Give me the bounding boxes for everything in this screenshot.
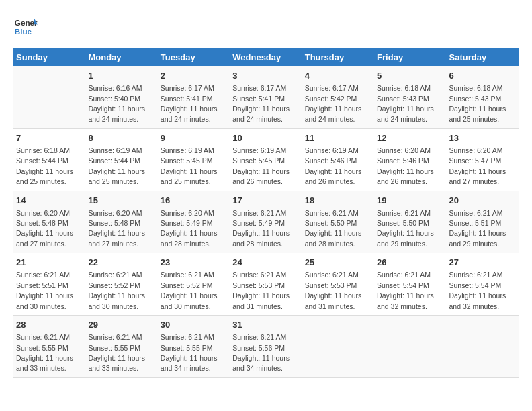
calendar-cell: 9Sunrise: 6:19 AMSunset: 5:45 PMDaylight… [158, 128, 230, 191]
calendar-cell: 3Sunrise: 6:17 AMSunset: 5:41 PMDaylight… [230, 66, 302, 128]
day-header-monday: Monday [85, 48, 157, 66]
week-row-4: 21Sunrise: 6:21 AMSunset: 5:51 PMDayligh… [13, 253, 519, 316]
calendar-cell: 4Sunrise: 6:17 AMSunset: 5:42 PMDaylight… [302, 66, 374, 128]
day-info: Sunrise: 6:21 AMSunset: 5:51 PMDaylight:… [16, 271, 73, 310]
day-info: Sunrise: 6:17 AMSunset: 5:42 PMDaylight:… [305, 84, 362, 123]
calendar-cell: 27Sunrise: 6:21 AMSunset: 5:54 PMDayligh… [447, 253, 519, 316]
day-info: Sunrise: 6:21 AMSunset: 5:54 PMDaylight:… [449, 271, 506, 310]
day-number: 25 [305, 257, 371, 269]
day-header-wednesday: Wednesday [230, 48, 302, 66]
day-info: Sunrise: 6:18 AMSunset: 5:44 PMDaylight:… [16, 146, 73, 185]
day-info: Sunrise: 6:21 AMSunset: 5:55 PMDaylight:… [161, 333, 218, 372]
calendar-cell: 23Sunrise: 6:21 AMSunset: 5:52 PMDayligh… [158, 253, 230, 316]
calendar-table: SundayMondayTuesdayWednesdayThursdayFrid… [13, 48, 519, 378]
week-row-1: 1Sunrise: 6:16 AMSunset: 5:40 PMDaylight… [13, 66, 519, 128]
day-number: 16 [161, 195, 227, 207]
day-info: Sunrise: 6:21 AMSunset: 5:53 PMDaylight:… [305, 271, 362, 310]
calendar-cell: 6Sunrise: 6:18 AMSunset: 5:43 PMDaylight… [447, 66, 519, 128]
day-number: 9 [161, 132, 227, 144]
day-number: 4 [305, 70, 371, 82]
day-number: 27 [449, 257, 516, 269]
day-info: Sunrise: 6:21 AMSunset: 5:53 PMDaylight:… [232, 271, 290, 310]
day-info: Sunrise: 6:21 AMSunset: 5:52 PMDaylight:… [161, 271, 218, 310]
day-number: 10 [232, 132, 299, 144]
day-number: 2 [161, 70, 227, 82]
day-number: 7 [16, 132, 83, 144]
calendar-cell: 5Sunrise: 6:18 AMSunset: 5:43 PMDaylight… [374, 66, 446, 128]
day-number: 19 [377, 195, 443, 207]
day-info: Sunrise: 6:19 AMSunset: 5:45 PMDaylight:… [232, 146, 290, 185]
day-info: Sunrise: 6:18 AMSunset: 5:43 PMDaylight:… [377, 84, 434, 123]
day-info: Sunrise: 6:20 AMSunset: 5:47 PMDaylight:… [449, 146, 506, 185]
calendar-cell: 24Sunrise: 6:21 AMSunset: 5:53 PMDayligh… [230, 253, 302, 316]
day-number: 28 [16, 319, 83, 331]
day-number: 23 [161, 257, 227, 269]
day-number: 24 [232, 257, 299, 269]
day-number: 6 [449, 70, 516, 82]
day-info: Sunrise: 6:20 AMSunset: 5:46 PMDaylight:… [377, 146, 434, 185]
week-row-2: 7Sunrise: 6:18 AMSunset: 5:44 PMDaylight… [13, 128, 519, 191]
calendar-cell: 20Sunrise: 6:21 AMSunset: 5:51 PMDayligh… [447, 191, 519, 253]
day-number: 12 [377, 132, 443, 144]
day-number: 14 [16, 195, 83, 207]
calendar-cell: 31Sunrise: 6:21 AMSunset: 5:56 PMDayligh… [230, 316, 302, 378]
calendar-cell [374, 316, 446, 378]
calendar-cell: 8Sunrise: 6:19 AMSunset: 5:44 PMDaylight… [85, 128, 157, 191]
day-number: 21 [16, 257, 83, 269]
day-header-friday: Friday [374, 48, 446, 66]
calendar-cell: 26Sunrise: 6:21 AMSunset: 5:54 PMDayligh… [374, 253, 446, 316]
day-info: Sunrise: 6:21 AMSunset: 5:55 PMDaylight:… [16, 333, 73, 372]
day-info: Sunrise: 6:21 AMSunset: 5:51 PMDaylight:… [449, 209, 506, 248]
day-info: Sunrise: 6:20 AMSunset: 5:48 PMDaylight:… [88, 209, 145, 248]
day-info: Sunrise: 6:17 AMSunset: 5:41 PMDaylight:… [161, 84, 218, 123]
day-info: Sunrise: 6:19 AMSunset: 5:44 PMDaylight:… [88, 146, 145, 185]
day-number: 30 [161, 319, 227, 331]
day-number: 15 [88, 195, 154, 207]
day-number: 22 [88, 257, 154, 269]
calendar-cell [302, 316, 374, 378]
day-info: Sunrise: 6:19 AMSunset: 5:46 PMDaylight:… [305, 146, 362, 185]
day-number: 8 [88, 132, 154, 144]
calendar-cell: 17Sunrise: 6:21 AMSunset: 5:49 PMDayligh… [230, 191, 302, 253]
day-header-saturday: Saturday [447, 48, 519, 66]
day-info: Sunrise: 6:21 AMSunset: 5:50 PMDaylight:… [305, 209, 362, 248]
calendar-cell: 21Sunrise: 6:21 AMSunset: 5:51 PMDayligh… [13, 253, 85, 316]
svg-text:Blue: Blue [15, 27, 32, 36]
day-info: Sunrise: 6:20 AMSunset: 5:49 PMDaylight:… [161, 209, 218, 248]
calendar-cell: 13Sunrise: 6:20 AMSunset: 5:47 PMDayligh… [447, 128, 519, 191]
day-info: Sunrise: 6:21 AMSunset: 5:54 PMDaylight:… [377, 271, 434, 310]
calendar-cell: 7Sunrise: 6:18 AMSunset: 5:44 PMDaylight… [13, 128, 85, 191]
calendar-cell: 28Sunrise: 6:21 AMSunset: 5:55 PMDayligh… [13, 316, 85, 378]
day-info: Sunrise: 6:21 AMSunset: 5:50 PMDaylight:… [377, 209, 434, 248]
calendar-cell [447, 316, 519, 378]
day-number: 5 [377, 70, 443, 82]
calendar-cell: 25Sunrise: 6:21 AMSunset: 5:53 PMDayligh… [302, 253, 374, 316]
week-row-3: 14Sunrise: 6:20 AMSunset: 5:48 PMDayligh… [13, 191, 519, 253]
logo: General Blue [13, 13, 40, 38]
week-row-5: 28Sunrise: 6:21 AMSunset: 5:55 PMDayligh… [13, 316, 519, 378]
header-row: SundayMondayTuesdayWednesdayThursdayFrid… [13, 48, 519, 66]
calendar-cell: 2Sunrise: 6:17 AMSunset: 5:41 PMDaylight… [158, 66, 230, 128]
day-info: Sunrise: 6:21 AMSunset: 5:56 PMDaylight:… [232, 333, 290, 372]
day-info: Sunrise: 6:17 AMSunset: 5:41 PMDaylight:… [232, 84, 290, 123]
day-number: 18 [305, 195, 371, 207]
logo-icon: General Blue [13, 13, 38, 38]
day-number: 29 [88, 319, 154, 331]
day-number: 20 [449, 195, 516, 207]
calendar-cell: 22Sunrise: 6:21 AMSunset: 5:52 PMDayligh… [85, 253, 157, 316]
day-info: Sunrise: 6:16 AMSunset: 5:40 PMDaylight:… [88, 84, 145, 123]
calendar-cell: 14Sunrise: 6:20 AMSunset: 5:48 PMDayligh… [13, 191, 85, 253]
day-info: Sunrise: 6:20 AMSunset: 5:48 PMDaylight:… [16, 209, 73, 248]
page-header: General Blue [13, 13, 519, 38]
day-number: 31 [232, 319, 299, 331]
day-number: 3 [232, 70, 299, 82]
calendar-cell: 1Sunrise: 6:16 AMSunset: 5:40 PMDaylight… [85, 66, 157, 128]
calendar-cell: 11Sunrise: 6:19 AMSunset: 5:46 PMDayligh… [302, 128, 374, 191]
day-info: Sunrise: 6:21 AMSunset: 5:49 PMDaylight:… [232, 209, 290, 248]
day-info: Sunrise: 6:21 AMSunset: 5:52 PMDaylight:… [88, 271, 145, 310]
calendar-cell [13, 66, 85, 128]
day-info: Sunrise: 6:21 AMSunset: 5:55 PMDaylight:… [88, 333, 145, 372]
calendar-cell: 18Sunrise: 6:21 AMSunset: 5:50 PMDayligh… [302, 191, 374, 253]
day-info: Sunrise: 6:18 AMSunset: 5:43 PMDaylight:… [449, 84, 506, 123]
day-header-tuesday: Tuesday [158, 48, 230, 66]
